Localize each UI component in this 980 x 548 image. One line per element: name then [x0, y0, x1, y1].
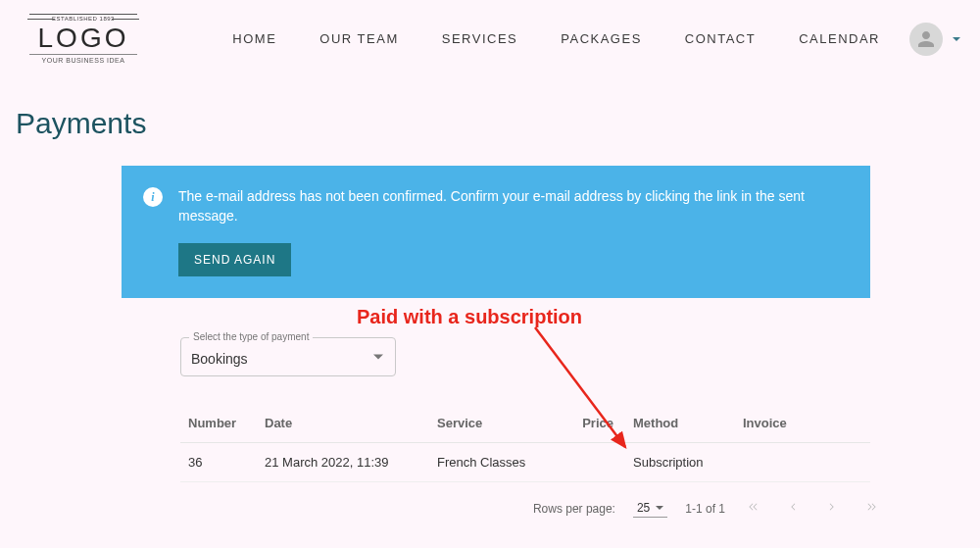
main-content: i The e-mail address has not been confir… [0, 166, 980, 521]
nav-our-team[interactable]: OUR TEAM [319, 31, 398, 46]
chevron-left-icon [786, 500, 800, 514]
nav-home[interactable]: HOME [232, 31, 276, 46]
payment-type-select[interactable]: Select the type of payment Bookings [180, 337, 396, 376]
chevron-right-icon [825, 500, 839, 514]
chevron-down-icon [656, 506, 663, 510]
prev-page-button[interactable] [782, 496, 804, 521]
col-header-price: Price [568, 416, 633, 430]
user-menu[interactable] [909, 23, 960, 56]
first-page-button[interactable] [743, 496, 764, 521]
nav-contact[interactable]: CONTACT [685, 31, 756, 46]
info-icon: i [143, 187, 163, 207]
cell-method: Subscription [633, 455, 743, 470]
table-row[interactable]: 36 21 March 2022, 11:39 French Classes S… [180, 443, 870, 482]
payments-table: Number Date Service Price Method Invoice… [180, 404, 870, 482]
header: ESTABLISHED 1893 LOGO YOUR BUSINESS IDEA… [0, 0, 980, 77]
payment-type-label: Select the type of payment [189, 331, 313, 342]
cell-number: 36 [188, 455, 265, 470]
avatar [909, 23, 943, 56]
logo-tagline: YOUR BUSINESS IDEA [29, 54, 137, 64]
nav-packages[interactable]: PACKAGES [561, 31, 642, 46]
payment-type-value: Bookings [191, 351, 248, 367]
cell-date: 21 March 2022, 11:39 [265, 455, 437, 470]
rows-per-page-select[interactable]: 25 [633, 499, 667, 518]
cell-service: French Classes [437, 455, 568, 470]
col-header-invoice: Invoice [743, 416, 821, 430]
nav-calendar[interactable]: CALENDAR [799, 31, 880, 46]
send-again-button[interactable]: SEND AGAIN [178, 243, 291, 276]
logo[interactable]: ESTABLISHED 1893 LOGO YOUR BUSINESS IDEA [29, 14, 137, 64]
rows-per-page-value: 25 [637, 501, 650, 515]
last-page-button[interactable] [860, 496, 882, 521]
main-nav: HOME OUR TEAM SERVICES PACKAGES CONTACT … [232, 31, 880, 46]
user-icon [914, 27, 938, 51]
col-header-service: Service [437, 416, 568, 430]
col-header-number: Number [188, 416, 265, 430]
alert-body: The e-mail address has not been confirme… [178, 187, 845, 276]
chevron-double-left-icon [747, 500, 760, 514]
chevron-down-icon [953, 37, 960, 41]
chevron-down-icon [373, 355, 383, 360]
logo-established: ESTABLISHED 1893 [29, 14, 137, 23]
email-confirmation-alert: i The e-mail address has not been confir… [122, 166, 870, 298]
rows-per-page-label: Rows per page: [533, 502, 615, 516]
pagination: Rows per page: 25 1-1 of 1 [0, 496, 882, 521]
col-header-method: Method [633, 416, 743, 430]
chevron-double-right-icon [864, 500, 878, 514]
page-title: Payments [0, 77, 980, 166]
next-page-button[interactable] [821, 496, 843, 521]
table-header-row: Number Date Service Price Method Invoice [180, 404, 870, 443]
alert-text: The e-mail address has not been confirme… [178, 187, 845, 225]
annotation-text: Paid with a subscription [357, 306, 582, 328]
nav-services[interactable]: SERVICES [442, 31, 518, 46]
pagination-range: 1-1 of 1 [685, 502, 725, 516]
logo-text: LOGO [38, 25, 129, 52]
col-header-date: Date [265, 416, 437, 430]
